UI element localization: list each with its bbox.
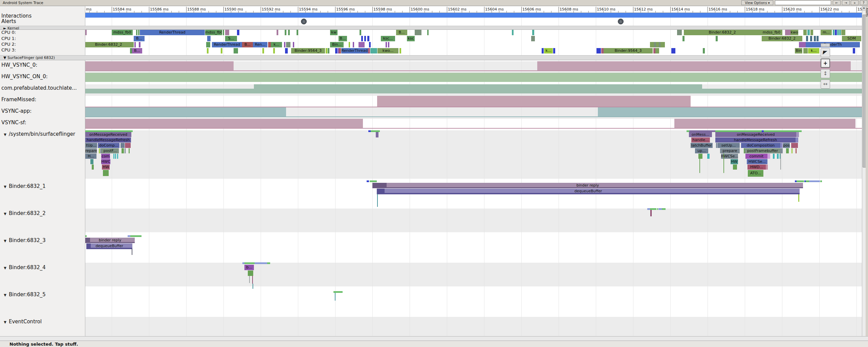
- cpu2-slice[interactable]: [369, 42, 371, 47]
- cpu1-slice[interactable]: [716, 36, 718, 41]
- cpu3-slice[interactable]: [221, 48, 222, 53]
- surfaceflinger-slice[interactable]: doComp...: [98, 143, 120, 148]
- horizontal-scrollbar[interactable]: [0, 336, 868, 341]
- sidebar-row-binder-6832-2[interactable]: ▼Binder:6832_2: [1, 210, 46, 216]
- timing-tool-button[interactable]: ↔: [821, 80, 830, 89]
- cpu3-slice[interactable]: [285, 48, 288, 53]
- sidebar-row-system-bin-surfaceflinger[interactable]: ▼/system/bin/surfaceflinger: [1, 131, 75, 137]
- binder-6832-4-slice[interactable]: [248, 270, 253, 276]
- surfaceflinger-slice[interactable]: [125, 148, 126, 153]
- surfaceflinger-slice[interactable]: HWC: [101, 159, 110, 164]
- cpu0-slice[interactable]: mdss_fb0: [761, 30, 782, 35]
- collapse-triangle-icon[interactable]: ▼: [1, 212, 9, 216]
- surfaceflinger-slice[interactable]: doComposition: [741, 143, 780, 148]
- cpu0-slice[interactable]: [512, 30, 514, 35]
- binder-6832-1-slice[interactable]: [797, 180, 804, 182]
- cpu0-slice[interactable]: mdss_fb0: [112, 30, 133, 35]
- binder-6832-2-slice[interactable]: [658, 208, 662, 210]
- sidebar-row-cpu-0[interactable]: CPU 0:: [1, 30, 16, 35]
- surfaceflinger-slice[interactable]: [113, 154, 114, 159]
- cpu2-slice[interactable]: [268, 42, 271, 47]
- cpu0-slice[interactable]: [285, 30, 286, 35]
- surfaceflinger-slice[interactable]: pos: [783, 143, 790, 148]
- surfaceflinger-slice[interactable]: [698, 154, 702, 159]
- binder-6832-3-slice[interactable]: [85, 235, 87, 237]
- sidebar-row-cpu-1[interactable]: CPU 1:: [1, 36, 16, 41]
- cpu3-slice[interactable]: Binder:9564_3: [604, 48, 653, 53]
- cpu0-slice[interactable]: [297, 30, 298, 35]
- surfaceflinger-slice[interactable]: postFramebuffer: [745, 148, 780, 153]
- sidebar-row-eventcontrol[interactable]: ▼EventControl: [1, 319, 42, 325]
- cpu0-slice[interactable]: [288, 30, 290, 35]
- sidebar-row-binder-6832-1[interactable]: ▼Binder:6832_1: [1, 183, 46, 189]
- surfaceflinger-slice[interactable]: [376, 132, 378, 137]
- collapse-triangle-icon[interactable]: ▼: [1, 239, 9, 243]
- sidebar-row-vsync-sf[interactable]: VSYNC-sf:: [1, 120, 26, 126]
- surfaceflinger-slice[interactable]: com: [101, 154, 110, 159]
- cpu3-slice[interactable]: [803, 48, 808, 53]
- cpu3-slice[interactable]: [234, 48, 238, 53]
- collapse-triangle-icon[interactable]: ▼: [1, 185, 9, 189]
- cpu1-slice[interactable]: B...: [339, 36, 347, 41]
- cpu3-slice[interactable]: Binder:9564_3: [291, 48, 325, 53]
- counter-hw-vsync-0-slice[interactable]: [85, 61, 234, 70]
- binder-6832-1-slice[interactable]: [370, 180, 377, 182]
- cpu2-slice[interactable]: k...: [271, 42, 282, 47]
- binder-6832-4-slice[interactable]: [244, 262, 255, 264]
- cpu0-slice[interactable]: [277, 30, 278, 35]
- surfaceflinger-slice[interactable]: [796, 148, 797, 153]
- surfaceflinger-slice[interactable]: handle...: [691, 137, 710, 143]
- surfaceflinger-slice[interactable]: [103, 170, 109, 176]
- binder-6832-2-slice[interactable]: [662, 208, 666, 210]
- surfaceflinger-slice[interactable]: [368, 130, 371, 132]
- nav-back-button[interactable]: ←: [833, 0, 841, 5]
- cpu3-slice[interactable]: [328, 48, 329, 53]
- timeline-canvas[interactable]: 15584 ms15586 ms15588 ms15590 ms15592 ms…: [85, 0, 862, 336]
- counter-com-prefabulated-slice[interactable]: [85, 89, 862, 93]
- surfaceflinger-slice[interactable]: onMessageReceived: [715, 132, 796, 137]
- view-options-button[interactable]: View Options ▾: [741, 0, 773, 5]
- cpu0-slice[interactable]: [415, 30, 421, 35]
- nav-forward-button[interactable]: →: [842, 0, 850, 5]
- cpu3-slice[interactable]: [853, 48, 855, 53]
- cpu0-slice[interactable]: [427, 30, 429, 35]
- sidebar-row-com-prefabulated[interactable]: com.prefabulated.touchlate...: [1, 85, 77, 91]
- counter-framemissed-slice[interactable]: [377, 96, 691, 107]
- cpu0-slice[interactable]: m...: [821, 30, 832, 35]
- surfaceflinger-slice[interactable]: [767, 154, 770, 159]
- group-header-surfaceflinger-group[interactable]: ▼ SurfaceFlinger (pid 6832): [0, 55, 862, 60]
- surfaceflinger-slice[interactable]: [707, 154, 710, 159]
- sidebar-row-alerts[interactable]: Alerts: [1, 18, 16, 24]
- cpu3-slice[interactable]: [207, 48, 209, 53]
- counter-com-prefabulated-slice[interactable]: [254, 84, 702, 89]
- cpu3-slice[interactable]: [262, 48, 264, 53]
- surfaceflinger-slice[interactable]: up...: [695, 148, 708, 153]
- alert-icon[interactable]: △: [301, 19, 307, 24]
- cpu2-slice[interactable]: RenderThread: [212, 42, 242, 47]
- sidebar-row-binder-6832-4[interactable]: ▼Binder:6832_4: [1, 264, 46, 270]
- alert-icon[interactable]: △: [618, 19, 624, 24]
- collapse-triangle-icon[interactable]: ▼: [1, 293, 9, 297]
- cpu3-slice[interactable]: [273, 48, 275, 53]
- cpu3-slice[interactable]: [671, 48, 675, 53]
- cpu1-slice[interactable]: [682, 36, 685, 41]
- cpu0-slice[interactable]: [835, 30, 837, 35]
- binder-6832-4-slice[interactable]: [255, 262, 267, 264]
- cpu1-slice[interactable]: [364, 36, 366, 41]
- cpu0-slice[interactable]: [138, 30, 139, 35]
- surfaceflinger-slice[interactable]: commit: [745, 154, 767, 159]
- surfaceflinger-slice[interactable]: [122, 148, 124, 153]
- cpu1-slice[interactable]: Binder:6832_2: [762, 36, 802, 41]
- surfaceflinger-slice[interactable]: [791, 143, 798, 148]
- collapse-triangle-icon[interactable]: ▼: [1, 320, 9, 324]
- cpu0-slice[interactable]: [785, 30, 790, 35]
- cpu1-slice[interactable]: [367, 36, 369, 41]
- surfaceflinger-slice[interactable]: latchBuffer: [691, 143, 713, 148]
- cpu3-slice[interactable]: B...: [132, 48, 142, 53]
- pan-tool-button[interactable]: +: [821, 59, 830, 68]
- cpu0-slice[interactable]: RenderThread: [140, 30, 205, 35]
- sidebar-row-hw-vsync-0[interactable]: HW_VSYNC_0:: [1, 62, 37, 68]
- counter-vsync-sf-slice[interactable]: [85, 119, 363, 128]
- cpu1-slice[interactable]: [531, 36, 535, 41]
- nav-overflow-button[interactable]: »: [851, 0, 859, 5]
